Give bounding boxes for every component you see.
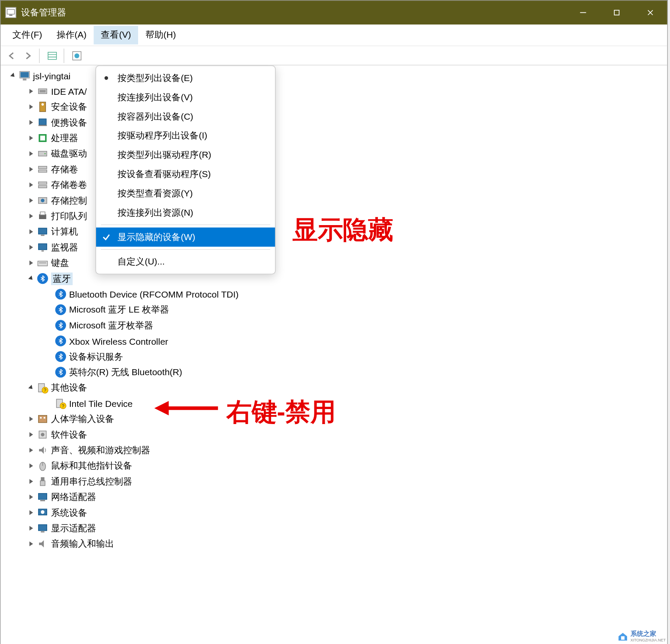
svg-point-10 [75,53,79,58]
svg-rect-58 [41,531,44,533]
menu-file[interactable]: 文件(F) [6,26,49,44]
svg-rect-33 [41,235,44,236]
nav-forward-button[interactable] [20,48,35,63]
bluetooth-icon [36,273,48,285]
tree-node-label: 音频输入和输出 [51,538,114,550]
tree-node-usb[interactable]: 通用串行总线控制器 [6,474,667,489]
menu-help[interactable]: 帮助(H) [138,26,183,44]
svg-rect-19 [39,125,47,126]
svg-rect-53 [39,494,47,500]
svg-rect-25 [39,170,47,172]
maximize-button[interactable] [600,0,634,24]
minimize-button[interactable] [566,0,600,24]
tree-node-label: 磁盘驱动 [51,148,87,159]
chevron-right-icon[interactable] [27,118,36,127]
audioinout-icon [36,538,48,550]
chevron-right-icon[interactable] [27,228,36,236]
tree-node-display[interactable]: 显示适配器 [6,521,667,536]
chevron-right-icon[interactable] [27,493,36,501]
help-button[interactable] [69,48,85,63]
tree-bluetooth-child[interactable]: Microsoft 蓝牙 LE 枚举器 [6,302,667,317]
keyboard-icon [36,257,48,269]
tree-node-mouse[interactable]: 鼠标和其他指针设备 [6,458,667,473]
nav-back-button[interactable] [4,48,20,63]
svg-point-45 [40,417,42,418]
view-list-button[interactable] [45,48,60,63]
chevron-right-icon[interactable] [27,462,36,470]
watermark-url: XITONGZHIJIA.NET [631,638,666,642]
tree-bt-child-label: 设备标识服务 [69,351,123,362]
chevron-right-icon[interactable] [27,524,36,533]
svg-point-46 [44,417,45,418]
chevron-right-icon[interactable] [27,540,36,548]
chevron-right-icon[interactable] [27,415,36,423]
dropdown-item-res-by-connection[interactable]: 按连接列出资源(N) [96,203,275,222]
dropdown-item-drivers-by-type[interactable]: 按类型列出驱动程序(R) [96,145,275,165]
svg-rect-13 [23,78,26,80]
svg-point-56 [41,510,44,514]
tree-node-label: 通用串行总线控制器 [51,476,132,488]
chevron-right-icon[interactable] [27,196,36,205]
chevron-right-icon[interactable] [27,477,36,486]
tree-bluetooth-child[interactable]: Bluetooth Device (RFCOMM Protocol TDI) [6,286,667,302]
menu-action[interactable]: 操作(A) [49,26,94,44]
dropdown-item-show-hidden[interactable]: 显示隐藏的设备(W) [96,228,275,247]
security-icon [36,101,48,113]
dropdown-item-by-type[interactable]: 按类型列出设备(E) [96,69,275,88]
tree-node-label: 计算机 [51,226,78,238]
usb-icon [36,475,48,488]
chevron-right-icon[interactable] [27,446,36,454]
tree-bluetooth-child[interactable]: Xbox Wireless Controller [6,333,667,349]
tree-node-audio[interactable]: 声音、视频和游戏控制器 [6,442,667,458]
svg-point-23 [45,153,46,154]
svg-point-48 [41,433,44,436]
tree-bluetooth-child[interactable]: 设备标识服务 [6,349,667,364]
tree-bt-child-label: Bluetooth Device (RFCOMM Protocol TDI) [69,289,238,299]
tree-node-hid[interactable]: 人体学输入设备 [6,411,667,427]
chevron-right-icon[interactable] [27,102,36,111]
tree-node-label: 处理器 [51,132,78,144]
chevron-right-icon[interactable] [27,243,36,252]
chevron-right-icon[interactable] [27,181,36,189]
tree-node-system[interactable]: 系统设备 [6,505,667,520]
svg-rect-18 [39,119,46,125]
dropdown-item-customize[interactable]: 自定义(U)... [96,252,275,271]
dropdown-item-drivers-by-device[interactable]: 按设备查看驱动程序(S) [96,165,275,184]
tree-node-label: 显示适配器 [51,523,96,534]
dropdown-item-by-driver[interactable]: 按驱动程序列出设备(I) [96,126,275,145]
tree-node-audioinout[interactable]: 音频输入和输出 [6,536,667,551]
svg-rect-1 [9,15,12,15]
svg-rect-26 [39,182,47,184]
close-button[interactable] [634,0,667,24]
chevron-right-icon[interactable] [27,87,36,96]
tree-bluetooth-child[interactable]: 英特尔(R) 无线 Bluetooth(R) [6,364,667,380]
chevron-right-icon[interactable] [27,134,36,142]
tree-other-devices-node[interactable]: ? 其他设备 [6,380,667,395]
menu-view[interactable]: 查看(V) [94,26,139,44]
dropdown-item-by-connection[interactable]: 按连接列出设备(V) [96,87,275,107]
dropdown-item-res-by-type[interactable]: 按类型查看资源(Y) [96,184,275,203]
svg-rect-44 [39,415,47,423]
tree-node-network[interactable]: 网络适配器 [6,489,667,505]
chevron-right-icon[interactable] [27,509,36,517]
chevron-down-icon[interactable] [27,274,36,283]
unknown-device-icon: ? [54,397,66,409]
tree-bt-child-label: Microsoft 蓝牙 LE 枚举器 [69,304,169,316]
dropdown-item-by-container[interactable]: 按容器列出设备(C) [96,107,275,126]
tree-bt-child-label: Xbox Wireless Controller [69,336,168,346]
bluetooth-icon [54,304,66,316]
bluetooth-icon [54,288,66,300]
chevron-down-icon[interactable] [27,384,36,392]
tree-bluetooth-child[interactable]: Microsoft 蓝牙枚举器 [6,318,667,333]
chevron-right-icon[interactable] [27,212,36,220]
chevron-right-icon[interactable] [27,430,36,439]
device-manager-window: 设备管理器 文件(F) 操作(A) 查看(V) 帮助(H) jsl-yingta… [0,0,668,644]
chevron-right-icon[interactable] [27,165,36,174]
svg-rect-59 [621,636,625,640]
tree-intel-tile-device[interactable]: ? Intel Tile Device [6,396,667,411]
chevron-right-icon[interactable] [27,259,36,267]
dropdown-separator [101,249,270,250]
chevron-right-icon[interactable] [27,150,36,158]
chevron-down-icon[interactable] [9,72,18,80]
tree-node-software[interactable]: 软件设备 [6,427,667,442]
